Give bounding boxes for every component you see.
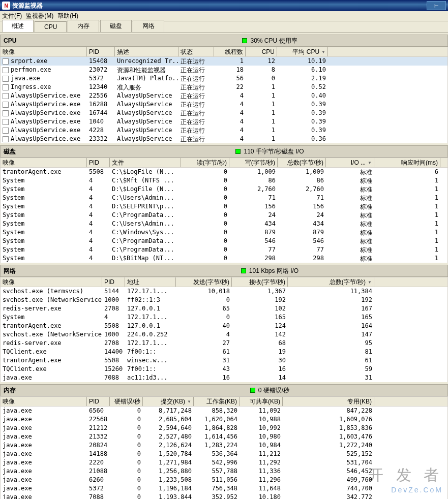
checkbox[interactable]: [3, 67, 9, 73]
network-section-header[interactable]: 网络 101 Kbps 网络 I/O: [0, 265, 448, 277]
table-row[interactable]: java.exe222001,271,984542,99611,292531,7…: [1, 458, 447, 467]
checkbox[interactable]: [3, 102, 9, 108]
col-working[interactable]: 工作集(KB): [194, 397, 240, 406]
menu-help[interactable]: 帮助(H): [57, 12, 78, 20]
col-resp[interactable]: 响应时间(ms): [374, 158, 440, 167]
table-row[interactable]: System4C:\Windows\Sys...0879879标准1: [1, 228, 447, 237]
menu-monitor[interactable]: 监视器(M): [26, 12, 53, 20]
table-row[interactable]: AlwaysUpService.exe4228AlwaysUpService正在…: [1, 126, 447, 135]
table-row[interactable]: redis-server.exe2708172.17.1...276895: [1, 339, 447, 348]
tabbar: 概述 CPU 内存 磁盘 网络: [0, 21, 448, 33]
checkbox[interactable]: [3, 110, 9, 116]
col-image[interactable]: 映像: [1, 277, 102, 287]
col-hard[interactable]: 硬错误/秒: [110, 397, 143, 406]
checkbox[interactable]: [3, 58, 9, 65]
network-led-icon: [241, 268, 246, 273]
col-recv[interactable]: 接收(字节/秒): [232, 277, 288, 287]
tab-overview[interactable]: 概述: [2, 20, 34, 32]
cpu-section-header[interactable]: CPU 30% CPU 使用率: [0, 35, 448, 47]
disk-section-header[interactable]: 磁盘 110 千字节/秒磁盘 I/O: [0, 145, 448, 158]
col-pid[interactable]: PID: [102, 277, 125, 287]
checkbox[interactable]: [3, 128, 9, 134]
table-row[interactable]: System4C:\$Mft (NTFS ...08686标准1: [1, 176, 447, 185]
col-shared[interactable]: 可共享(KB): [240, 397, 283, 406]
table-row[interactable]: svchost.exe (NetworkService)1000224.0.0.…: [1, 330, 447, 339]
table-row[interactable]: TQClient.exe144007f00:1::611981: [1, 348, 447, 356]
table-row[interactable]: TQClient.exe152607f00:1::431659: [1, 365, 447, 373]
table-row[interactable]: java.exe708801,193,844352,95210,180342,7…: [1, 493, 447, 499]
table-row[interactable]: java.exe2133202,527,4801,614,45610,9801,…: [1, 432, 447, 441]
col-image[interactable]: 映像: [1, 397, 87, 406]
table-row[interactable]: System4C:\ProgramData...0546546标准1: [1, 237, 447, 245]
col-private[interactable]: 专用(KB): [283, 397, 374, 406]
table-row[interactable]: java.exe2108801,256,880557,78811,336546,…: [1, 467, 447, 476]
table-row[interactable]: trantorAgent.exe5508127.0.0.140124164: [1, 322, 447, 330]
col-file[interactable]: 文件: [110, 158, 181, 167]
table-row[interactable]: System4C:\ProgramData...07777标准1: [1, 245, 447, 254]
table-row[interactable]: System4C:\ProgramData...02424标准1: [1, 211, 447, 220]
table-row[interactable]: srport.exe15408Unrecognized Tr...正在运行112…: [1, 57, 447, 66]
col-send[interactable]: 发送(字节/秒): [176, 277, 232, 287]
col-pid[interactable]: PID: [87, 158, 110, 167]
memory-section-header[interactable]: 内存 0 硬错误/秒: [0, 384, 448, 396]
table-row[interactable]: java.exe2256802,685,6041,620,06410,9881,…: [1, 415, 447, 424]
checkbox[interactable]: [3, 84, 9, 90]
tab-disk[interactable]: 磁盘: [100, 20, 132, 32]
checkbox[interactable]: [3, 93, 9, 99]
table-row[interactable]: java.exe5372Java(TM) Platfo...正在运行5602.1…: [1, 74, 447, 83]
memory-column-header: 映像 PID 硬错误/秒 提交(KB)▼ 工作集(KB) 可共享(KB) 专用(…: [0, 396, 448, 407]
col-cpu[interactable]: CPU: [246, 47, 277, 56]
table-row[interactable]: AlwaysUpService.exe1040AlwaysUpService正在…: [1, 117, 447, 126]
pin-button[interactable]: ⊢: [427, 1, 446, 10]
table-row[interactable]: java.exe656008,717,248858,32011,092847,2…: [1, 407, 447, 415]
menu-file[interactable]: 文件(F): [2, 12, 22, 20]
table-row[interactable]: java.exe2082402,126,6241,283,22410,9841,…: [1, 441, 447, 450]
col-desc[interactable]: 描述: [115, 47, 178, 56]
col-image[interactable]: 映像: [1, 158, 87, 167]
col-pid[interactable]: PID: [87, 397, 110, 406]
table-row[interactable]: redis-server.exe2708127.0.0.165102167: [1, 304, 447, 313]
col-write[interactable]: 写(字节/秒): [229, 158, 278, 167]
table-row[interactable]: AlwaysUpService.exe23332AlwaysUpService正…: [1, 135, 447, 143]
col-total[interactable]: 总数(字节/秒)▼: [288, 277, 374, 287]
checkbox[interactable]: [3, 76, 9, 82]
table-row[interactable]: Ingress.exe12340准入服务正在运行2210.52: [1, 83, 447, 91]
checkbox[interactable]: [3, 136, 9, 142]
tab-network[interactable]: 网络: [133, 20, 164, 32]
table-row[interactable]: AlwaysUpService.exe16288AlwaysUpService正…: [1, 100, 447, 109]
checkbox[interactable]: [3, 119, 9, 125]
col-image[interactable]: 映像: [1, 47, 87, 56]
table-row[interactable]: java.exe7088ac11:1d3...161431: [1, 373, 447, 382]
table-row[interactable]: perfmon.exe23072资源和性能监视器正在运行1886.10: [1, 66, 447, 74]
table-row[interactable]: java.exe537201,196,184756,34811,648744,7…: [1, 484, 447, 493]
table-row[interactable]: java.exe626001,233,508511,05611,296499,7…: [1, 476, 447, 484]
table-row[interactable]: java.exe2121202,594,6401,864,82810,9921,…: [1, 424, 447, 432]
col-total[interactable]: 总数(字节/秒): [278, 158, 326, 167]
table-row[interactable]: java.exe1418801,520,784536,36411,212525,…: [1, 450, 447, 458]
table-row[interactable]: AlwaysUpService.exe16744AlwaysUpService正…: [1, 109, 447, 117]
col-threads[interactable]: 线程数: [214, 47, 246, 56]
tab-cpu[interactable]: CPU: [35, 21, 67, 32]
table-row[interactable]: trantorAgent.exe5508C:\$LogFile (N...01,…: [1, 168, 447, 176]
col-read[interactable]: 读(字节/秒): [181, 158, 229, 167]
sort-arrow-icon: ▼: [368, 161, 372, 165]
col-addr[interactable]: 地址: [125, 277, 176, 287]
table-row[interactable]: System4172.17.1...0165165: [1, 313, 447, 322]
network-status: 101 Kbps 网络 I/O: [249, 267, 298, 275]
table-row[interactable]: AlwaysUpService.exe22556AlwaysUpService正…: [1, 91, 447, 100]
col-state[interactable]: 状态: [178, 47, 214, 56]
col-pid[interactable]: PID: [87, 47, 115, 56]
table-row[interactable]: System4D:\$LogFile (N...02,7602,760标准1: [1, 185, 447, 194]
tab-memory[interactable]: 内存: [68, 20, 99, 32]
table-row[interactable]: svchost.exe (NetworkService)1000ff02::1:…: [1, 296, 447, 304]
col-avg[interactable]: 平均 CPU▼: [277, 47, 328, 56]
col-commit[interactable]: 提交(KB)▼: [143, 397, 194, 406]
table-row[interactable]: System4D:\$BitMap (NT...0298298标准1: [1, 254, 447, 263]
table-row[interactable]: svchost.exe (termsvcs)5144172.17.1...10,…: [1, 287, 447, 296]
table-row[interactable]: System4C:\Users\Admin...0434434标准1: [1, 220, 447, 228]
network-rows: svchost.exe (termsvcs)5144172.17.1...10,…: [0, 287, 448, 382]
table-row[interactable]: System4D:\SELFPRINT\p...0156156标准1: [1, 202, 447, 211]
table-row[interactable]: System4C:\Users\Admin...07171标准1: [1, 194, 447, 202]
table-row[interactable]: trantorAgent.exe5508winsec.w...313061: [1, 356, 447, 365]
col-io[interactable]: I/O ...▼: [326, 158, 374, 167]
